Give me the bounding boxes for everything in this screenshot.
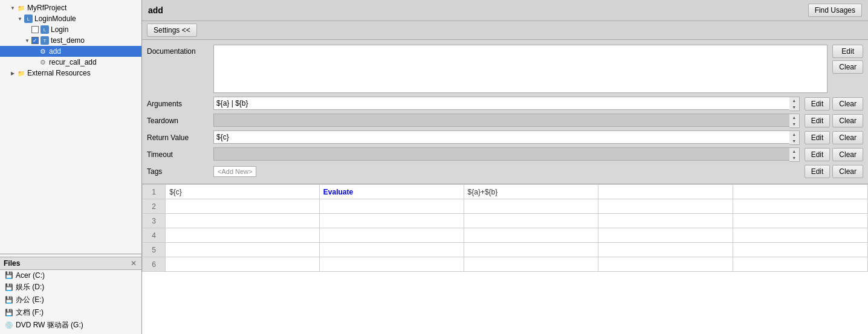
testdemo-icon: T — [40, 36, 49, 45]
teardown-spinner: ▲ ▼ — [789, 114, 800, 128]
tags-edit-button[interactable]: Edit — [805, 165, 831, 178]
table-cell[interactable] — [319, 228, 464, 243]
find-usages-button[interactable]: Find Usages — [808, 4, 862, 17]
module-icon: L — [24, 14, 33, 23]
table-cell[interactable] — [733, 243, 868, 257]
returnvalue-input-wrap: ▲ ▼ — [213, 130, 800, 145]
returnvalue-label: Return Value — [147, 133, 213, 142]
project-tree: ▼ 📁 MyRfProject ▼ L LoginModule ▶ L Logi… — [0, 0, 141, 254]
teardown-clear-button[interactable]: Clear — [832, 114, 863, 127]
tree-item-recurcalladd[interactable]: ▶ ⚙ recur_call_add — [0, 57, 141, 68]
table-cell[interactable] — [733, 185, 868, 199]
row-number: 2 — [143, 199, 166, 214]
table-row[interactable]: 4 — [143, 228, 868, 243]
timeout-input[interactable] — [213, 147, 789, 161]
table-cell[interactable] — [464, 214, 598, 228]
table-row[interactable]: 1${c}Evaluate${a}+${b} — [143, 185, 868, 199]
table-cell[interactable]: ${c} — [166, 185, 320, 199]
table-cell[interactable] — [319, 243, 464, 257]
files-item-c[interactable]: 💾 Acer (C:) — [0, 270, 141, 281]
teardown-up-btn[interactable]: ▲ — [789, 114, 799, 121]
arguments-up-btn[interactable]: ▲ — [789, 97, 799, 104]
tags-add-new[interactable]: <Add New> — [213, 166, 256, 177]
tags-row: Tags <Add New> Edit Clear — [142, 163, 868, 180]
teardown-down-btn[interactable]: ▼ — [789, 121, 799, 127]
tree-item-loginmodule[interactable]: ▼ L LoginModule — [0, 13, 141, 24]
files-item-d[interactable]: 💾 娱乐 (D:) — [0, 281, 141, 294]
table-row[interactable]: 6 — [143, 257, 868, 272]
right-panel: add Find Usages Settings << Documentatio… — [142, 0, 868, 334]
table-cell[interactable] — [598, 243, 733, 257]
arguments-input[interactable] — [213, 97, 789, 110]
checkbox-login[interactable] — [31, 26, 39, 33]
table-row[interactable]: 5 — [143, 243, 868, 257]
checkbox-testdemo[interactable]: ✓ — [31, 37, 39, 44]
table-cell[interactable] — [464, 199, 598, 214]
documentation-textarea[interactable] — [213, 45, 828, 93]
files-item-e[interactable]: 💾 办公 (E:) — [0, 294, 141, 306]
tree-item-external[interactable]: ▶ 📁 External Resources — [0, 68, 141, 79]
table-cell[interactable] — [464, 257, 598, 272]
table-cell[interactable] — [319, 199, 464, 214]
table-cell[interactable] — [598, 257, 733, 272]
returnvalue-edit-button[interactable]: Edit — [805, 131, 831, 144]
timeout-down-btn[interactable]: ▼ — [789, 155, 799, 161]
table-cell[interactable]: Evaluate — [319, 185, 464, 199]
tree-item-myrf[interactable]: ▼ 📁 MyRfProject — [0, 2, 141, 13]
table-cell[interactable] — [598, 228, 733, 243]
table-cell[interactable] — [464, 243, 598, 257]
table-cell[interactable] — [319, 214, 464, 228]
timeout-spinner: ▲ ▼ — [789, 147, 800, 162]
row-number: 4 — [143, 228, 166, 243]
table-cell[interactable] — [598, 185, 733, 199]
files-item-f[interactable]: 💾 文档 (F:) — [0, 306, 141, 319]
arguments-clear-button[interactable]: Clear — [832, 97, 863, 111]
table-cell[interactable] — [319, 257, 464, 272]
tree-item-login[interactable]: ▶ L Login — [0, 24, 141, 35]
returnvalue-up-btn[interactable]: ▲ — [789, 131, 799, 138]
main-content: Documentation Edit Clear Arguments ▲ — [142, 40, 868, 334]
table-row[interactable]: 2 — [143, 199, 868, 214]
keyword-icon: ⚙ — [39, 47, 47, 56]
files-label: 文档 (F:) — [16, 307, 44, 318]
table-cell[interactable] — [733, 214, 868, 228]
teardown-input[interactable] — [213, 114, 789, 127]
table-cell[interactable] — [166, 228, 320, 243]
arguments-edit-button[interactable]: Edit — [805, 97, 831, 111]
table-cell[interactable] — [166, 214, 320, 228]
timeout-edit-button[interactable]: Edit — [805, 148, 831, 161]
table-row[interactable]: 3 — [143, 214, 868, 228]
close-files-button[interactable]: ✕ — [129, 259, 138, 268]
table-cell[interactable] — [166, 243, 320, 257]
tags-clear-button[interactable]: Clear — [832, 165, 863, 178]
table-cell[interactable] — [733, 199, 868, 214]
documentation-clear-button[interactable]: Clear — [832, 60, 863, 74]
teardown-buttons: Edit Clear — [805, 114, 863, 127]
tree-item-testdemo[interactable]: ▼ ✓ T test_demo — [0, 35, 141, 46]
arguments-down-btn[interactable]: ▼ — [789, 104, 799, 111]
drive-icon: 💾 — [5, 296, 13, 304]
teardown-edit-button[interactable]: Edit — [805, 114, 831, 127]
table-cell[interactable] — [464, 228, 598, 243]
table-cell[interactable] — [166, 257, 320, 272]
files-item-g[interactable]: 💿 DVD RW 驱动器 (G:) — [0, 319, 141, 332]
tree-item-add[interactable]: ▶ ⚙ add — [0, 46, 141, 57]
table-cell[interactable] — [166, 199, 320, 214]
timeout-clear-button[interactable]: Clear — [832, 148, 863, 161]
folder-icon: 📁 — [17, 4, 25, 12]
table-cell[interactable] — [598, 214, 733, 228]
table-cell[interactable] — [733, 228, 868, 243]
table-cell[interactable] — [733, 257, 868, 272]
tree-label: Login — [51, 25, 68, 34]
table-cell[interactable] — [598, 199, 733, 214]
documentation-edit-button[interactable]: Edit — [832, 45, 863, 58]
returnvalue-clear-button[interactable]: Clear — [832, 131, 863, 144]
returnvalue-input[interactable] — [213, 130, 789, 144]
settings-button[interactable]: Settings << — [147, 24, 197, 37]
timeout-up-btn[interactable]: ▲ — [789, 148, 799, 155]
returnvalue-down-btn[interactable]: ▼ — [789, 138, 799, 144]
timeout-input-wrap: ▲ ▼ — [213, 147, 800, 162]
tags-label: Tags — [147, 167, 213, 176]
table-cell[interactable]: ${a}+${b} — [464, 185, 598, 199]
timeout-row: Timeout ▲ ▼ Edit Clear — [142, 146, 868, 163]
